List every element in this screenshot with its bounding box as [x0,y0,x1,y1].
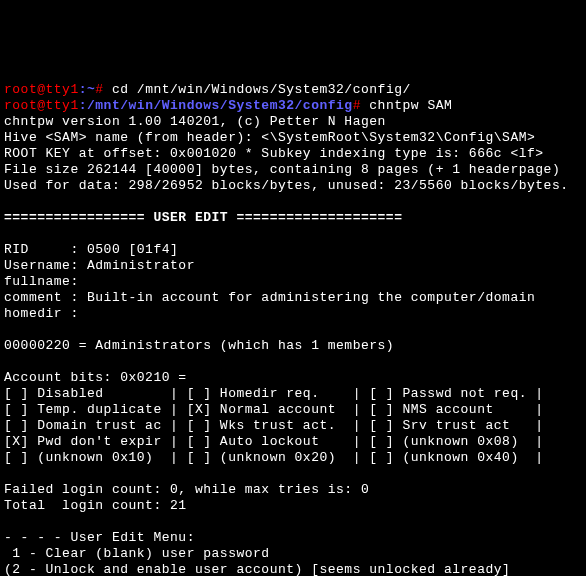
account-bits-row: [ ] Disabled | [ ] Homedir req. | [ ] Pa… [4,386,544,401]
menu-header: - - - - User Edit Menu: [4,530,195,545]
user-edit-header: ================= USER EDIT ============… [4,210,402,225]
account-bits-row: [X] Pwd don't expir | [ ] Auto lockout |… [4,434,544,449]
account-bits-row: [ ] Domain trust ac | [ ] Wks trust act.… [4,418,544,433]
username-line: Username: Administrator [4,258,195,273]
prompt-user-host: root@tty1 [4,98,79,113]
menu-item-unlock: (2 - Unlock and enable user account) [se… [4,562,510,576]
terminal-output: root@tty1:~# cd /mnt/win/Windows/System3… [0,80,586,576]
total-login-line: Total login count: 21 [4,498,187,513]
rid-line: RID : 0500 [01f4] [4,242,178,257]
command-cd: cd /mnt/win/Windows/System32/config/ [112,82,411,97]
filesize-line: File size 262144 [40000] bytes, containi… [4,162,560,177]
usedfor-line: Used for data: 298/26952 blocks/bytes, u… [4,178,569,193]
prompt-user-host: root@tty1 [4,82,79,97]
prompt-line-2: root@tty1:/mnt/win/Windows/System32/conf… [4,98,452,113]
account-bits-row: [ ] (unknown 0x10) | [ ] (unknown 0x20) … [4,450,544,465]
account-bits-row: [ ] Temp. duplicate | [X] Normal account… [4,402,544,417]
comment-line: comment : Built-in account for administe… [4,290,535,305]
hive-line: Hive <SAM> name (from header): <\SystemR… [4,130,535,145]
homedir-line: homedir : [4,306,79,321]
fullname-line: fullname: [4,274,79,289]
version-line: chntpw version 1.00 140201, (c) Petter N… [4,114,386,129]
prompt-path: :/mnt/win/Windows/System32/config [79,98,353,113]
menu-item-clear-password: 1 - Clear (blank) user password [4,546,270,561]
rootkey-line: ROOT KEY at offset: 0x001020 * Subkey in… [4,146,544,161]
group-line: 00000220 = Administrators (which has 1 m… [4,338,394,353]
command-chntpw: chntpw SAM [369,98,452,113]
failed-login-line: Failed login count: 0, while max tries i… [4,482,369,497]
prompt-line-1: root@tty1:~# cd /mnt/win/Windows/System3… [4,82,411,97]
account-bits-header: Account bits: 0x0210 = [4,370,187,385]
prompt-hash: # [353,98,370,113]
prompt-path: :~ [79,82,96,97]
prompt-hash: # [95,82,112,97]
